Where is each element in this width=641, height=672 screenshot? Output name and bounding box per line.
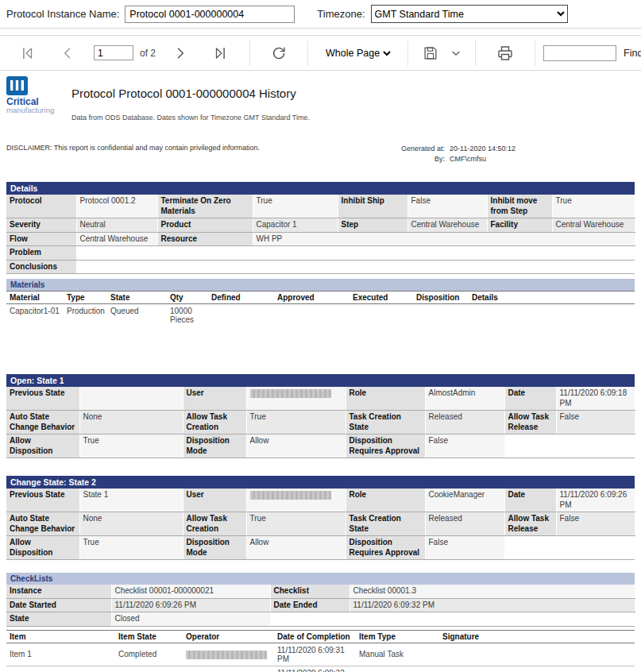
- cell-item-type: Manual Task: [356, 666, 439, 672]
- page-count-label: of 2: [140, 48, 156, 59]
- field-value: CookieManager: [425, 489, 504, 512]
- cell-date: 11/11/2020 6:09:31 PM: [274, 643, 356, 666]
- field-label: Instance: [6, 585, 111, 598]
- field-label: Allow Task Creation: [183, 512, 246, 536]
- section-gap: [6, 560, 635, 573]
- toolbar-divider: [407, 41, 408, 66]
- cell-operator: [183, 643, 274, 666]
- export-dropdown-button[interactable]: [446, 45, 465, 61]
- toolbar-divider: [249, 41, 250, 66]
- checklist-info-table: Instance Checklist 00001-000000021 Check…: [6, 585, 635, 627]
- toolbar-divider: [307, 41, 308, 66]
- field-label: Inhibit Ship: [338, 195, 407, 218]
- materials-table: Material Type State Qty Defined Approved…: [6, 291, 635, 326]
- column-header: Executed: [349, 292, 413, 304]
- field-label: Allow Disposition: [6, 434, 79, 458]
- table-row: Item 1 Completed 11/11/2020 6:09:31 PM M…: [6, 643, 635, 666]
- table-row: Previous State State 1 User Role CookieM…: [6, 489, 635, 512]
- materials-section-header: Materials: [6, 279, 635, 291]
- table-row: Auto State Change Behavior None Allow Ta…: [6, 411, 635, 434]
- column-header: Qty: [167, 292, 208, 304]
- field-value: 11/11/2020 6:09:18 PM: [556, 387, 635, 411]
- next-page-button[interactable]: [168, 43, 192, 64]
- field-value: Checklist 00001-000000021: [111, 585, 270, 598]
- generated-info-block: Generated at: 20-11-2020 14:50:12 By: CM…: [392, 144, 516, 164]
- field-label: Allow Disposition: [6, 536, 79, 560]
- cell-approved: [274, 304, 349, 327]
- field-label: Role: [346, 489, 425, 512]
- parameter-bar: Protocol Instance Name: Timezone: GMT St…: [0, 0, 641, 29]
- find-link[interactable]: Find: [624, 48, 641, 59]
- details-section-header: Details: [6, 182, 635, 195]
- previous-page-button[interactable]: [56, 43, 79, 64]
- chevron-down-icon: [450, 48, 461, 59]
- field-label: Facility: [487, 218, 552, 233]
- field-label: Auto State Change Behavior: [6, 411, 79, 434]
- first-page-icon: [18, 44, 36, 62]
- cell-item-state: Completed: [115, 666, 183, 672]
- export-save-button[interactable]: [418, 42, 443, 64]
- refresh-button[interactable]: [266, 42, 292, 64]
- field-label: Task Creation State: [346, 512, 425, 536]
- state1-section: Open: State 1 Previous State User Role A…: [6, 374, 635, 458]
- print-button[interactable]: [492, 41, 519, 65]
- details-table: Protocol Protocol 0001.2 Terminate On Ze…: [6, 195, 635, 274]
- checklist-items-table: Item Item State Operator Date of Complet…: [6, 630, 635, 672]
- field-value: Released: [425, 512, 504, 536]
- state2-section-header: Change State: State 2: [6, 476, 635, 489]
- field-value: State 1: [79, 489, 183, 512]
- field-label: Task Creation State: [346, 411, 425, 434]
- company-logo-icon: [6, 76, 67, 95]
- field-label: Auto State Change Behavior: [6, 512, 79, 536]
- table-row: Allow Disposition True Disposition Mode …: [6, 536, 635, 560]
- find-text-input[interactable]: [543, 45, 616, 61]
- table-header-row: Material Type State Qty Defined Approved…: [6, 292, 635, 304]
- field-label: Allow Task Creation: [183, 411, 246, 434]
- protocol-instance-name-label: Protocol Instance Name:: [6, 8, 119, 20]
- column-header: Item Type: [356, 630, 439, 643]
- table-header-row: Item Item State Operator Date of Complet…: [6, 630, 635, 643]
- field-label: State: [6, 612, 111, 627]
- materials-section: Materials Material Type State Qty Define…: [6, 279, 635, 374]
- zoom-select[interactable]: Whole Page: [322, 47, 393, 60]
- field-label: Date: [504, 489, 556, 512]
- table-row: Conclusions: [6, 260, 635, 274]
- column-header: Operator: [183, 630, 274, 643]
- field-label: Severity: [6, 218, 76, 233]
- field-value: Checklist 00001.3: [349, 585, 635, 598]
- last-page-button[interactable]: [208, 42, 234, 64]
- first-page-button[interactable]: [14, 42, 40, 64]
- field-label: Resource: [157, 232, 253, 246]
- field-label: Date Started: [6, 598, 111, 612]
- timezone-select[interactable]: GMT Standard Time: [371, 5, 568, 23]
- page-number-input[interactable]: [94, 45, 133, 60]
- state2-table: Previous State State 1 User Role CookieM…: [6, 489, 635, 560]
- section-gap: [6, 458, 635, 476]
- report-title-block: Protocol Protocol 0001-000000004 History…: [71, 76, 310, 122]
- toolbar-divider: [475, 41, 476, 66]
- field-label: Step: [338, 218, 407, 233]
- field-value: AlmostAdmin: [425, 387, 504, 411]
- column-header: Approved: [274, 292, 349, 304]
- field-label: Terminate On Zero Materials: [157, 195, 253, 218]
- table-row: Auto State Change Behavior None Allow Ta…: [6, 512, 635, 536]
- column-header: Disposition: [413, 292, 469, 304]
- cell-date: 11/11/2020 6:09:32 PM: [274, 666, 356, 672]
- field-value: True: [79, 434, 183, 458]
- cell-item-state: Completed: [115, 643, 183, 666]
- table-row: Item 2 Completed 11/11/2020 6:09:32 PM M…: [6, 666, 635, 672]
- protocol-instance-name-input[interactable]: [125, 6, 295, 23]
- field-label: User: [183, 387, 246, 411]
- generated-at-label: Generated at:: [392, 144, 445, 154]
- field-value: False: [407, 195, 487, 218]
- cell-signature: [439, 643, 635, 666]
- field-label: Role: [346, 387, 425, 411]
- cell-state: Queued: [107, 304, 167, 327]
- column-header: State: [107, 292, 167, 304]
- cell-signature: [439, 666, 635, 672]
- field-label: Protocol: [6, 195, 76, 218]
- field-value: Released: [425, 411, 504, 434]
- field-value: [246, 489, 346, 512]
- field-value: [246, 387, 346, 411]
- field-label: Allow Task Release: [504, 512, 556, 536]
